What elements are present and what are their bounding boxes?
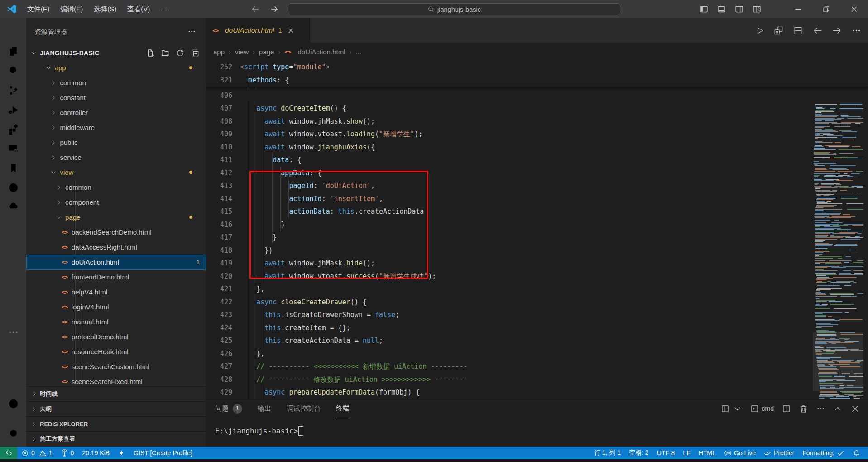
tree-item-scenesearchcustom-html[interactable]: <>sceneSearchCustom.html xyxy=(26,359,206,374)
breadcrumb-item-3[interactable]: doUiAction.html xyxy=(297,48,345,56)
tree-item-resourcehook-html[interactable]: <>resourceHook.html xyxy=(26,344,206,359)
chevron-up-icon[interactable] xyxy=(833,404,843,414)
status-indentation[interactable]: 空格: 2 xyxy=(625,447,653,459)
tree-item-app[interactable]: app xyxy=(26,60,206,75)
section-redis-xplorer[interactable]: REDIS XPLORER xyxy=(26,416,206,431)
panel-tab-调试控制台[interactable]: 调试控制台 xyxy=(287,399,321,418)
menu-item-4[interactable]: ··· xyxy=(155,0,173,18)
tree-item-protocoldemo-html[interactable]: <>protocolDemo.html xyxy=(26,329,206,344)
toggle-panel-icon[interactable] xyxy=(717,5,726,14)
tree-item-douiaction-html[interactable]: <>doUiAction.html1 xyxy=(26,255,206,270)
menu-item-0[interactable]: 文件(F) xyxy=(22,0,55,18)
new-file-icon[interactable] xyxy=(146,48,155,58)
split-panel-icon[interactable] xyxy=(782,404,791,414)
section-施工方案查看[interactable]: 施工方案查看 xyxy=(26,431,206,446)
chevron-down-icon[interactable] xyxy=(733,404,742,414)
status-cursor-position[interactable]: 行 1, 列 1 xyxy=(590,447,625,459)
activity-more[interactable] xyxy=(0,322,26,342)
status-problems-warnings[interactable]: 1 xyxy=(39,447,57,459)
activity-account[interactable] xyxy=(0,394,26,414)
tree-item-manual-html[interactable]: <>manual.html xyxy=(26,314,206,329)
tree-item-frontenddemo-html[interactable]: <>frontendDemo.html xyxy=(26,270,206,284)
tree-root-row[interactable]: JIANGHUJS-BASIC xyxy=(26,45,206,60)
terminal-selector[interactable]: cmd xyxy=(750,404,774,414)
tree-item-controller[interactable]: controller xyxy=(26,105,206,120)
split-editor-icon[interactable] xyxy=(793,25,803,36)
tree-item-middleware[interactable]: middleware xyxy=(26,120,206,135)
sidebar-more-icon[interactable] xyxy=(187,27,196,36)
activity-todo-tree[interactable] xyxy=(0,197,26,217)
open-changes-icon[interactable] xyxy=(773,25,784,36)
breadcrumb-item-4[interactable]: ... xyxy=(355,48,361,56)
activity-settings[interactable] xyxy=(0,424,26,443)
activity-source-control[interactable] xyxy=(0,81,26,100)
status-ports[interactable]: 0 xyxy=(57,447,78,459)
status-formatting[interactable]: Formatting: xyxy=(798,447,849,459)
tree-item-constant[interactable]: constant xyxy=(26,90,206,105)
menu-item-1[interactable]: 编辑(E) xyxy=(55,0,88,18)
run-icon[interactable] xyxy=(754,25,764,36)
status-go-live[interactable]: Go Live xyxy=(720,447,760,459)
tree-item-public[interactable]: public xyxy=(26,135,206,150)
remote-indicator[interactable] xyxy=(0,447,17,459)
nav-forward-icon[interactable] xyxy=(269,4,280,14)
toggle-sidebar-icon[interactable] xyxy=(699,5,709,14)
activity-explorer[interactable] xyxy=(0,42,26,61)
new-folder-icon[interactable] xyxy=(161,48,170,58)
breadcrumb-item-0[interactable]: app xyxy=(213,48,225,56)
customize-layout-icon[interactable] xyxy=(752,5,762,14)
tab-douiaction[interactable]: <> doUiAction.html 1 xyxy=(206,18,310,43)
command-center-search[interactable]: jianghujs-basic xyxy=(288,3,620,15)
tree-item-service[interactable]: service xyxy=(26,150,206,165)
activity-run-debug[interactable] xyxy=(0,100,26,120)
section-大纲[interactable]: 大纲 xyxy=(26,401,206,416)
collapse-all-icon[interactable] xyxy=(191,48,200,58)
tree-item-view[interactable]: view xyxy=(26,165,206,180)
panel-tab-问题[interactable]: 问题1 xyxy=(215,399,242,418)
more-icon[interactable] xyxy=(816,404,825,414)
activity-search[interactable] xyxy=(0,61,26,81)
arrow-right-icon[interactable] xyxy=(832,25,842,36)
menu-item-2[interactable]: 选择(S) xyxy=(88,0,122,18)
status-problems-errors[interactable]: 0 xyxy=(17,447,39,459)
status-encoding[interactable]: UTF-8 xyxy=(653,447,679,459)
tree-item-backendsearchdemo-html[interactable]: <>backendSearchDemo.html xyxy=(26,225,206,240)
activity-gitlens[interactable] xyxy=(0,178,26,197)
activity-extensions[interactable] xyxy=(0,120,26,139)
status-language-mode[interactable]: HTML xyxy=(695,447,720,459)
code-area[interactable]: 405 };406407 async doCreateItem() {408 a… xyxy=(206,61,868,399)
tree-item-loginv4-html[interactable]: <>loginV4.html xyxy=(26,299,206,314)
tree-item-page[interactable]: page xyxy=(26,210,206,225)
section-时间线[interactable]: 时间线 xyxy=(26,386,206,401)
terminal[interactable]: E:\jianghujs-basic> xyxy=(215,426,303,436)
panel-tab-终端[interactable]: 终端 xyxy=(336,399,350,418)
activity-remote-explorer[interactable] xyxy=(0,139,26,159)
tree-item-common[interactable]: common xyxy=(26,180,206,195)
tab-close-icon[interactable] xyxy=(287,27,295,34)
minimap-slider[interactable] xyxy=(813,332,863,391)
status-prettier[interactable]: Prettier xyxy=(760,447,798,459)
menu-item-3[interactable]: 查看(V) xyxy=(122,0,155,18)
panel-tab-输出[interactable]: 输出 xyxy=(258,399,271,418)
close-icon[interactable] xyxy=(850,404,860,414)
toggle-secondary-sidebar-icon[interactable] xyxy=(734,5,744,14)
trash-icon[interactable] xyxy=(799,404,808,414)
tree-item-dataaccessright-html[interactable]: <>dataAccessRight.html xyxy=(26,240,206,255)
more-icon[interactable] xyxy=(851,25,862,36)
close-button[interactable] xyxy=(840,0,868,18)
minimize-button[interactable] xyxy=(784,0,812,18)
status-file-size[interactable]: 20.19 KiB xyxy=(78,447,114,459)
tree-item-common[interactable]: common xyxy=(26,75,206,90)
nav-back-icon[interactable] xyxy=(250,4,261,14)
breadcrumb-item-1[interactable]: view xyxy=(235,48,249,56)
status-notifications[interactable] xyxy=(849,447,864,459)
tree-item-component[interactable]: component xyxy=(26,195,206,210)
arrow-left-icon[interactable] xyxy=(812,25,823,36)
tree-item-helpv4-html[interactable]: <>helpV4.html xyxy=(26,284,206,299)
restore-button[interactable] xyxy=(812,0,840,18)
terminal-profile-icon[interactable] xyxy=(720,404,730,414)
status-power[interactable] xyxy=(114,447,129,459)
status-gist-profile[interactable]: GIST [Create Profile] xyxy=(129,447,197,459)
status-eol[interactable]: LF xyxy=(679,447,694,459)
refresh-icon[interactable] xyxy=(176,48,185,58)
